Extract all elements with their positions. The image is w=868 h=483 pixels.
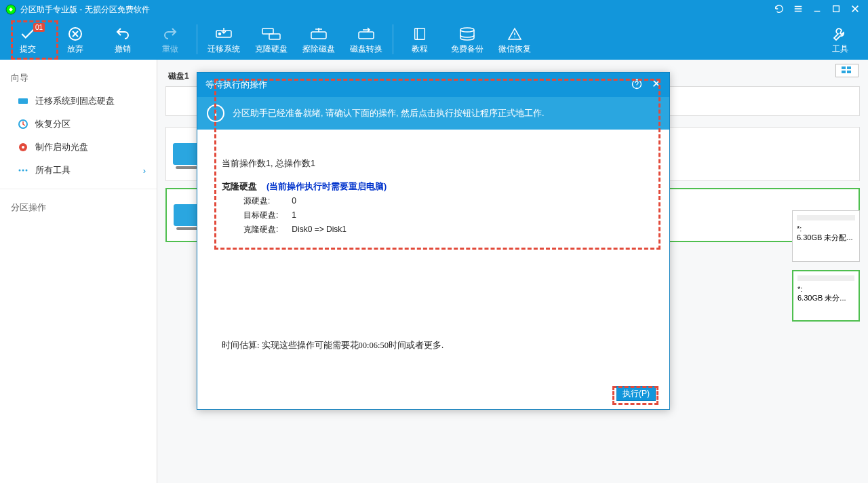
app-icon bbox=[5, 4, 16, 15]
undo-icon bbox=[115, 24, 131, 43]
recover-icon bbox=[18, 119, 28, 130]
migrate-button[interactable]: 迁移系统 bbox=[200, 20, 248, 58]
svg-rect-7 bbox=[311, 32, 326, 39]
svg-rect-18 bbox=[842, 66, 846, 69]
maximize-icon[interactable] bbox=[831, 4, 841, 16]
sidebar-item-alltools[interactable]: 所有工具 › bbox=[0, 159, 157, 182]
redo-button[interactable]: 重做 bbox=[146, 20, 194, 58]
sidebar-item-bootdisc[interactable]: 制作启动光盘 bbox=[0, 136, 157, 159]
svg-rect-5 bbox=[262, 28, 273, 34]
dialog-titlebar: 等待执行的操作 bbox=[197, 73, 669, 97]
disk-icon bbox=[173, 143, 200, 165]
svg-point-15 bbox=[19, 170, 21, 172]
op-name: 克隆硬盘 bbox=[222, 182, 257, 191]
wechat-icon bbox=[507, 24, 523, 43]
disc-icon bbox=[18, 142, 28, 153]
submit-button[interactable]: 01 提交 bbox=[4, 20, 52, 58]
pending-ops-dialog: 等待执行的操作 i 分区助手已经准备就绪, 请确认下面的操作, 然后点击执行按钮… bbox=[197, 72, 670, 410]
wizard-header: 向导 bbox=[0, 66, 157, 90]
svg-rect-6 bbox=[269, 34, 280, 39]
disk-clone-icon bbox=[262, 24, 281, 43]
redo-icon bbox=[162, 24, 178, 43]
titlebar: 分区助手专业版 - 无损分区免费软件 bbox=[0, 0, 868, 19]
backup-button[interactable]: 免费备份 bbox=[443, 20, 491, 58]
op-details: 源硬盘:0 目标硬盘:1 克隆硬盘:Disk0 => Disk1 bbox=[242, 193, 360, 238]
submit-badge: 01 bbox=[33, 23, 45, 32]
wipe-button[interactable]: 擦除磁盘 bbox=[295, 20, 342, 58]
book-icon bbox=[412, 24, 427, 43]
time-estimate: 时间估算: 实现这些操作可能需要花00:06:50时间或者更多. bbox=[222, 340, 443, 351]
clone-button[interactable]: 克隆硬盘 bbox=[248, 20, 295, 58]
ssd-icon bbox=[18, 96, 28, 107]
execute-button[interactable]: 执行(P) bbox=[616, 386, 656, 401]
dialog-banner: i 分区助手已经准备就绪, 请确认下面的操作, 然后点击执行按钮让程序正式地工作… bbox=[197, 97, 669, 130]
svg-point-14 bbox=[22, 146, 24, 149]
chevron-right-icon: › bbox=[143, 166, 146, 176]
disk-migrate-icon bbox=[215, 24, 233, 43]
svg-rect-1 bbox=[833, 5, 840, 12]
minimize-icon[interactable] bbox=[812, 4, 822, 16]
sidebar-item-migrate[interactable]: 迁移系统到固态硬盘 bbox=[0, 90, 157, 113]
info-icon: i bbox=[207, 104, 224, 122]
svg-rect-11 bbox=[18, 98, 28, 104]
dots-icon bbox=[18, 165, 28, 176]
ops-count: 当前操作数1, 总操作数1 bbox=[222, 157, 645, 170]
cancel-icon bbox=[67, 24, 83, 43]
partition-card-1[interactable]: *: 6.30GB 未分... bbox=[792, 270, 860, 322]
svg-point-10 bbox=[460, 28, 474, 32]
disk-convert-icon bbox=[357, 24, 375, 43]
refresh-icon[interactable] bbox=[774, 4, 784, 16]
wrench-icon bbox=[832, 24, 848, 43]
convert-button[interactable]: 磁盘转换 bbox=[342, 20, 390, 58]
svg-rect-19 bbox=[847, 66, 851, 69]
svg-rect-21 bbox=[847, 71, 851, 73]
svg-rect-8 bbox=[359, 32, 374, 39]
window-controls bbox=[774, 4, 868, 16]
window-title: 分区助手专业版 - 无损分区免费软件 bbox=[20, 4, 150, 16]
dialog-close-icon[interactable] bbox=[652, 79, 661, 92]
svg-rect-20 bbox=[842, 71, 846, 73]
undo-button[interactable]: 撤销 bbox=[99, 20, 146, 58]
svg-point-16 bbox=[22, 170, 24, 172]
backup-icon bbox=[458, 24, 476, 43]
dialog-title: 等待执行的操作 bbox=[205, 79, 267, 91]
close-icon[interactable] bbox=[850, 4, 860, 16]
sidebar: 向导 迁移系统到固态硬盘 恢复分区 制作启动光盘 所有工具 › 分区操作 bbox=[0, 60, 157, 483]
sidebar-item-recover[interactable]: 恢复分区 bbox=[0, 113, 157, 136]
svg-point-17 bbox=[26, 170, 28, 172]
ops-header: 分区操作 bbox=[0, 196, 157, 219]
op-warning: (当前操作执行时需要重启电脑) bbox=[267, 182, 387, 191]
toolbar: 01 提交 放弃 撤销 重做 迁移系统 克隆硬盘 擦除磁盘 磁盘转换 教程 免费… bbox=[0, 19, 868, 60]
dialog-ops: 当前操作数1, 总操作数1 克隆硬盘 (当前操作执行时需要重启电脑) 源硬盘:0… bbox=[222, 157, 645, 238]
menu-icon[interactable] bbox=[793, 4, 803, 16]
discard-button[interactable]: 放弃 bbox=[52, 20, 99, 58]
view-toggle[interactable] bbox=[835, 64, 859, 77]
tutorial-button[interactable]: 教程 bbox=[396, 20, 443, 58]
svg-rect-9 bbox=[415, 28, 425, 39]
svg-point-4 bbox=[219, 33, 221, 35]
grid-icon bbox=[842, 66, 852, 75]
tools-button[interactable]: 工具 bbox=[816, 20, 864, 58]
wechat-recover-button[interactable]: 微信恢复 bbox=[491, 20, 538, 58]
disk-wipe-icon bbox=[310, 24, 328, 43]
partition-card-0[interactable]: *: 6.30GB 未分配... bbox=[792, 210, 860, 262]
help-icon[interactable] bbox=[631, 79, 642, 92]
